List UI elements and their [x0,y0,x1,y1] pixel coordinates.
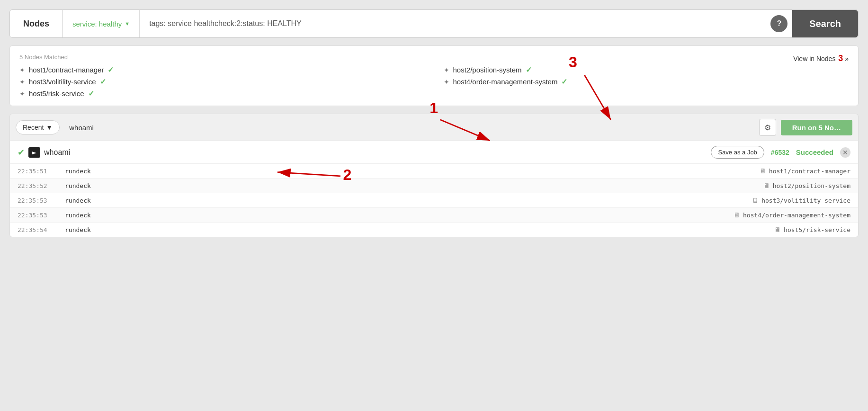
check-icon: ✓ [100,77,106,86]
timestamp: 22:35:53 [18,212,55,219]
recent-label: Recent [23,124,44,131]
command-name: whoami [44,148,70,157]
timestamp: 22:35:53 [18,197,55,204]
recent-button[interactable]: Recent ▼ [16,120,60,134]
host-info: 🖥 host1/contract-manager [760,167,850,175]
check-icon: ✓ [561,77,567,86]
annotation-3-badge: 3 [838,54,843,63]
nodes-grid: ✦ host1/contract-manager ✓ ✦ host2/posit… [19,65,849,98]
nodes-button[interactable]: Nodes [10,10,63,37]
run-button[interactable]: Run on 5 No… [781,120,852,135]
list-item: ✦ host5/risk-service ✓ [19,89,425,98]
check-icon: ✓ [526,65,532,74]
host-icon: 🖥 [760,167,766,175]
table-row: 22:35:52 rundeck 🖥 host2/position-system [10,179,858,193]
node-icon: ✦ [19,90,25,98]
table-row: 22:35:54 rundeck 🖥 host5/risk-service [10,223,858,237]
check-icon: ✓ [88,89,94,98]
output-text: rundeck [55,182,763,189]
filter-label: service: healthy [72,20,122,28]
host-icon: 🖥 [774,226,781,233]
output-text: rundeck [55,226,774,233]
output-panel: ✔ ► whoami Save as a Job #6532 Succeeded… [9,141,859,237]
list-item: ✦ host3/volitility-service ✓ [19,77,425,86]
host-info: 🖥 host4/order-management-system [734,211,850,219]
view-nodes-label: View in Nodes [793,55,837,63]
save-job-button[interactable]: Save as a Job [711,146,764,159]
list-item: ✦ host1/contract-manager ✓ [19,65,425,74]
node-name: host5/risk-service [29,89,84,98]
host-name: host2/position-system [773,182,850,189]
command-input[interactable] [64,121,754,134]
recent-chevron-icon: ▼ [46,124,53,131]
output-text: rundeck [55,197,752,204]
host-info: 🖥 host3/volitility-service [752,197,850,204]
command-check-icon: ✔ [18,147,25,158]
timestamp: 22:35:54 [18,226,55,233]
node-icon: ✦ [19,78,25,86]
output-text: rundeck [55,168,760,175]
node-icon: ✦ [444,66,449,74]
help-button[interactable]: ? [770,15,787,32]
table-row: 22:35:53 rundeck 🖥 host4/order-managemen… [10,208,858,223]
host-info: 🖥 host5/risk-service [774,226,850,233]
host-name: host5/risk-service [784,226,850,233]
nodes-panel: 5 Nodes Matched ✦ host1/contract-manager… [9,45,859,106]
list-item: ✦ host4/order-management-system ✓ [444,77,849,86]
execution-link[interactable]: #6532 [771,149,789,156]
node-icon: ✦ [19,66,25,74]
host-name: host4/order-management-system [743,212,850,219]
host-icon: 🖥 [763,182,770,189]
filter-button[interactable]: service: healthy ▼ [63,10,140,37]
close-button[interactable]: ✕ [840,147,850,158]
output-text: rundeck [55,212,734,219]
table-row: 22:35:51 rundeck 🖥 host1/contract-manage… [10,164,858,179]
succeeded-badge: Succeeded [796,148,833,156]
view-nodes-link[interactable]: View in Nodes 3 » [793,54,849,63]
node-name: host4/order-management-system [453,78,558,86]
table-row: 22:35:53 rundeck 🖥 host3/volitility-serv… [10,193,858,208]
search-button[interactable]: Search [792,10,858,37]
settings-button[interactable]: ⚙ [759,119,776,136]
terminal-icon: ► [28,147,40,158]
list-item: ✦ host2/position-system ✓ [444,65,849,74]
host-icon: 🖥 [734,211,740,219]
timestamp: 22:35:52 [18,182,55,189]
output-header-right: Save as a Job #6532 Succeeded ✕ [711,146,850,159]
query-input[interactable] [140,10,770,37]
view-nodes-arrow: » [845,55,849,63]
node-icon: ✦ [444,78,449,86]
node-name: host1/contract-manager [29,66,104,74]
matched-count: 5 Nodes Matched [19,54,849,61]
check-icon: ✓ [107,65,114,74]
command-row: Recent ▼ ⚙ Run on 5 No… [9,114,859,141]
output-header: ✔ ► whoami Save as a Job #6532 Succeeded… [10,141,858,164]
host-icon: 🖥 [752,197,759,204]
node-name: host2/position-system [453,66,522,74]
filter-chevron-icon: ▼ [125,21,130,27]
node-name: host3/volitility-service [29,78,96,86]
host-name: host1/contract-manager [769,168,850,175]
output-rows: 22:35:51 rundeck 🖥 host1/contract-manage… [10,164,858,237]
host-info: 🖥 host2/position-system [763,182,850,189]
search-bar: Nodes service: healthy ▼ ? Search [9,9,859,38]
host-name: host3/volitility-service [761,197,850,204]
command-badge: ✔ ► whoami [18,147,70,158]
timestamp: 22:35:51 [18,168,55,175]
